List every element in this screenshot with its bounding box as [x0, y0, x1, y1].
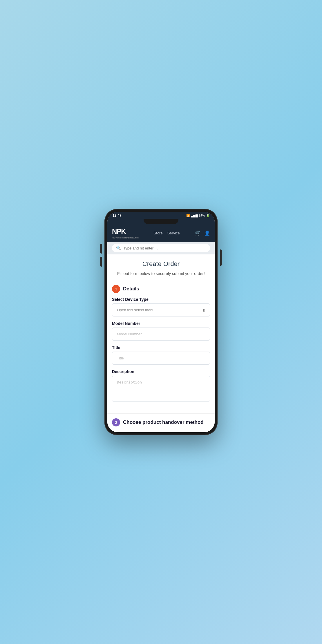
battery-level: 87% — [199, 214, 205, 217]
search-input[interactable] — [123, 246, 206, 250]
model-number-group: Model Number — [112, 321, 210, 341]
search-input-wrapper: 🔍 — [112, 244, 210, 252]
page-subtitle: Fill out form below to securely submit y… — [112, 271, 210, 277]
volume-down-button — [100, 257, 102, 267]
step-2-number: 2 — [115, 420, 117, 425]
step-1-badge: 1 — [112, 285, 120, 293]
step-2-badge: 2 — [112, 418, 120, 426]
logo: NPK NEW YORK'S PREMIERE IT SOLUTION — [112, 227, 139, 239]
model-number-label: Model Number — [112, 321, 210, 326]
svg-text:NPK: NPK — [112, 227, 126, 235]
cart-icon[interactable]: 🛒 — [195, 230, 201, 236]
step-1-header: 1 Details — [112, 285, 210, 293]
nav-service-link[interactable]: Service — [167, 231, 180, 235]
step-1-title: Details — [123, 286, 139, 292]
step-2-section: 2 Choose product handover method — [107, 413, 215, 429]
device-type-label: Select Device Type — [112, 297, 210, 302]
volume-up-button — [100, 244, 102, 254]
phone-screen: 12:47 📶 ▃▅▇ 87% 🔋 NPK NEW YORK'S — [107, 212, 215, 432]
status-time: 12:47 — [113, 214, 122, 218]
nav-icon-group: 🛒 👤 — [195, 230, 210, 236]
step-2-title: Choose product handover method — [123, 419, 204, 425]
model-number-input[interactable] — [112, 328, 210, 341]
status-bar: 12:47 📶 ▃▅▇ 87% 🔋 — [107, 212, 215, 219]
signal-strength: ▃▅▇ — [191, 214, 198, 217]
logo-subtitle: NEW YORK'S PREMIERE IT SOLUTION — [112, 237, 139, 239]
step-1-number: 1 — [115, 287, 117, 291]
main-content: Create Order Fill out form below to secu… — [107, 254, 215, 432]
navigation-bar: NPK NEW YORK'S PREMIERE IT SOLUTION Stor… — [107, 225, 215, 242]
description-group: Description — [112, 369, 210, 403]
device-type-select[interactable]: Open this select menu — [112, 303, 210, 316]
page-title: Create Order — [112, 260, 210, 268]
notch-bar — [107, 219, 215, 225]
device-type-group: Select Device Type Open this select menu… — [112, 297, 210, 316]
search-icon: 🔍 — [116, 246, 121, 250]
step-1-section: 1 Details Select Device Type Open this s… — [107, 279, 215, 413]
logo-text: NPK — [112, 227, 127, 238]
user-icon[interactable]: 👤 — [204, 230, 210, 236]
description-label: Description — [112, 369, 210, 374]
title-label: Title — [112, 345, 210, 350]
nav-links: Store Service — [154, 231, 180, 235]
notch — [144, 219, 178, 224]
wifi-icon: 📶 — [186, 214, 190, 217]
description-textarea[interactable] — [112, 376, 210, 402]
page-header: Create Order Fill out form below to secu… — [107, 254, 215, 279]
device-type-select-wrapper: Open this select menu ⇅ — [112, 303, 210, 316]
title-input[interactable] — [112, 352, 210, 365]
power-button — [220, 249, 222, 266]
title-group: Title — [112, 345, 210, 365]
battery-icon: 🔋 — [206, 214, 209, 217]
search-bar-area: 🔍 — [107, 242, 215, 254]
nav-store-link[interactable]: Store — [154, 231, 163, 235]
status-icons: 📶 ▃▅▇ 87% 🔋 — [186, 214, 209, 217]
phone-device: 12:47 📶 ▃▅▇ 87% 🔋 NPK NEW YORK'S — [104, 209, 218, 435]
